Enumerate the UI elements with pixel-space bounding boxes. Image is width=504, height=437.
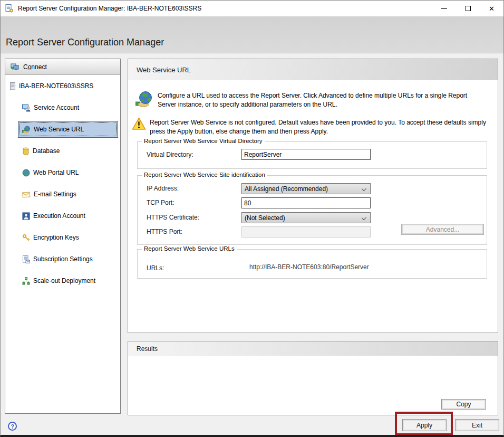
sidebar-item-label: E-mail Settings [34, 191, 76, 198]
group-title: Report Server Web Service Site identific… [142, 172, 267, 178]
sidebar-item-label: Subscription Settings [33, 255, 93, 263]
help-icon: ? [11, 423, 14, 430]
group-title: Report Server Web Service Virtual Direct… [142, 138, 265, 144]
sidebar-item-subscription-settings[interactable]: Subscription Settings [22, 253, 93, 265]
intro-text: Configure a URL used to access the Repor… [158, 91, 487, 109]
encryption-keys-icon [22, 234, 30, 242]
https-certificate-dropdown[interactable]: (Not Selected) [241, 212, 371, 223]
service-account-icon [22, 104, 31, 112]
server-icon [9, 82, 16, 90]
sidebar-item-email-settings[interactable]: E-mail Settings [22, 188, 76, 200]
https-port-input [241, 226, 371, 238]
results-header: Results [128, 341, 498, 356]
app-header: Report Server Configuration Manager [1, 16, 503, 53]
advanced-button[interactable]: Advanced... [401, 224, 484, 235]
site-identification-group: Report Server Web Service Site identific… [137, 175, 487, 245]
sidebar-item-database[interactable]: Database [22, 145, 60, 157]
panel-header: Web Service URL [128, 59, 498, 80]
sidebar: Connect IBA-BER-NOTE603\SSRS Service Acc… [5, 59, 121, 414]
copy-button[interactable]: Copy [441, 399, 486, 410]
sidebar-item-label: Scale-out Deployment [33, 277, 95, 284]
connect-label: Connect [23, 63, 47, 71]
app-window: Report Server Configuration Manager: IBA… [0, 0, 504, 437]
window-title: Report Server Configuration Manager: IBA… [18, 5, 201, 12]
close-button[interactable]: ✕ [480, 1, 503, 16]
sidebar-item-label: Service Account [34, 104, 79, 111]
results-panel: Results Copy [128, 341, 498, 415]
window-titlebar[interactable]: Report Server Configuration Manager: IBA… [1, 1, 503, 16]
virtual-directory-group: Report Server Web Service Virtual Direct… [137, 141, 487, 169]
virtual-directory-label: Virtual Directory: [147, 151, 193, 158]
sidebar-item-execution-account[interactable]: Execution Account [22, 210, 85, 222]
virtual-directory-input[interactable] [241, 149, 371, 160]
sidebar-item-label: Database [33, 147, 60, 155]
sidebar-item-label: IBA-BER-NOTE603\SSRS [19, 82, 93, 90]
report-server-url: http://IBA-BER-NOTE603:80/ReportServer [249, 263, 369, 271]
subscription-settings-icon [22, 255, 30, 263]
sidebar-item-label: Execution Account [33, 212, 85, 220]
sidebar-item-label: Encryption Keys [33, 234, 79, 241]
globe-hand-icon [135, 91, 153, 109]
https-certificate-label: HTTPS Certificate: [147, 214, 199, 221]
warning-text: Report Server Web Service is not configu… [150, 118, 487, 136]
warning-icon [132, 117, 146, 130]
sidebar-item-service-account[interactable]: Service Account [22, 102, 79, 113]
chevron-down-icon [362, 215, 366, 220]
results-title: Results [137, 345, 158, 353]
web-service-url-icon [22, 126, 31, 134]
tcp-port-label: TCP Port: [147, 199, 174, 206]
scale-out-deployment-icon [22, 277, 30, 285]
help-button[interactable]: ? [8, 422, 17, 431]
ip-address-value: All Assigned (Recommended) [245, 185, 328, 193]
web-portal-url-icon [22, 169, 30, 177]
sidebar-item-label: Web Portal URL [33, 169, 79, 176]
app-icon [5, 4, 14, 13]
sidebar-item-scale-out-deployment[interactable]: Scale-out Deployment [22, 275, 95, 287]
urls-group: Report Server Web Service URLs URLs: htt… [137, 249, 487, 279]
database-icon [22, 147, 30, 155]
connect-icon [11, 63, 20, 71]
https-port-label: HTTPS Port: [147, 228, 182, 235]
connect-button[interactable]: Connect [5, 59, 120, 75]
sidebar-item-encryption-keys[interactable]: Encryption Keys [22, 232, 79, 243]
tcp-port-input[interactable] [241, 197, 371, 208]
email-icon [22, 191, 31, 198]
maximize-button[interactable] [456, 1, 480, 16]
ip-address-dropdown[interactable]: All Assigned (Recommended) [241, 183, 371, 194]
chevron-down-icon [362, 186, 366, 191]
apply-button[interactable]: Apply [402, 419, 447, 431]
minimize-button[interactable] [432, 1, 456, 16]
panel-title: Web Service URL [137, 66, 191, 74]
execution-account-icon [22, 212, 30, 220]
close-icon: ✕ [489, 5, 495, 12]
https-certificate-value: (Not Selected) [245, 214, 285, 222]
sidebar-item-server[interactable]: IBA-BER-NOTE603\SSRS [9, 80, 93, 92]
maximize-icon [466, 6, 471, 11]
urls-label: URLs: [147, 264, 164, 272]
group-title: Report Server Web Service URLs [142, 245, 237, 252]
page-title: Report Server Configuration Manager [6, 37, 164, 48]
sidebar-item-web-service-url[interactable]: Web Service URL [22, 124, 84, 135]
exit-button[interactable]: Exit [455, 419, 499, 431]
ip-address-label: IP Address: [147, 185, 179, 192]
sidebar-item-web-portal-url[interactable]: Web Portal URL [22, 167, 79, 178]
sidebar-item-label: Web Service URL [34, 126, 84, 133]
minimize-icon [441, 8, 447, 9]
web-service-url-panel: Web Service URL Configure a URL used to … [128, 59, 498, 333]
